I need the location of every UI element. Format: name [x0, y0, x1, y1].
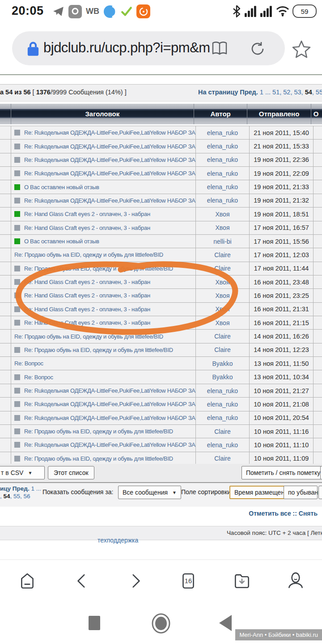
mark-unmark-select[interactable]: Пометить / снять пометку — [242, 466, 322, 479]
message-subject-link[interactable]: Re: Вопрос — [24, 374, 53, 381]
message-subject-link[interactable]: Re: Rukодельная ОДЕЖДА-LittleFee,PukiFee… — [24, 197, 195, 204]
author-link[interactable]: Хвоя — [216, 292, 230, 299]
message-subject-link[interactable]: Re: Rukодельная ОДЕЖДА-LittleFee,PukiFee… — [24, 170, 195, 177]
reader-mode-icon[interactable] — [212, 41, 228, 55]
author-link[interactable]: Claire — [214, 455, 231, 462]
author-link[interactable]: Claire — [214, 346, 231, 353]
show-messages-select[interactable]: Все сообщения — [118, 486, 181, 499]
mark-cell[interactable] — [313, 384, 322, 397]
page-links-after[interactable]: , 55, — [312, 89, 322, 96]
author-link[interactable]: Byakko — [212, 373, 233, 381]
author-link[interactable]: elena_ruko — [207, 197, 238, 204]
author-link[interactable]: Claire — [214, 265, 231, 272]
forward-icon[interactable] — [126, 572, 145, 590]
author-link[interactable]: Claire — [214, 428, 231, 435]
mark-cell[interactable] — [313, 438, 322, 451]
message-subject-link[interactable]: Re: Rukодельная ОДЕЖДА-LittleFee,PukiFee… — [24, 157, 195, 163]
author-link[interactable]: nelli-bi — [213, 238, 231, 245]
message-subject-link[interactable]: О Вас оставлен новый отзыв — [24, 184, 99, 191]
url-text[interactable]: bjdclub.ru/ucp.php?i=pm&m — [43, 40, 210, 56]
message-subject-link[interactable]: Re: Продаю обувь на EID, одежду и обувь … — [14, 333, 163, 340]
mark-cell[interactable] — [313, 425, 322, 438]
message-subject-link[interactable]: Re: Rukодельная ОДЕЖДА-LittleFee,PukiFee… — [24, 415, 195, 421]
author-link[interactable]: elena_ruko — [207, 387, 238, 394]
mark-cell[interactable] — [313, 235, 322, 248]
profile-icon[interactable] — [286, 572, 305, 590]
mark-cell[interactable] — [313, 343, 322, 356]
bookmark-star-icon[interactable] — [292, 40, 311, 59]
cut-right-control[interactable] — [320, 466, 322, 479]
message-subject-link[interactable]: Re: Rukодельная ОДЕЖДА-LittleFee,PukiFee… — [24, 143, 195, 150]
mark-cell[interactable] — [313, 208, 322, 220]
author-link[interactable]: Хвоя — [216, 279, 230, 286]
author-link[interactable]: Хвоя — [216, 305, 230, 313]
message-subject-link[interactable]: Re: Hand Glass Craft eyes 2 - оплачен, 3… — [24, 211, 150, 217]
author-link[interactable]: Хвоя — [216, 211, 230, 218]
mark-cell[interactable] — [313, 398, 322, 411]
message-subject-link[interactable]: Re: Rukодельная ОДЕЖДА-LittleFee,PukiFee… — [24, 387, 195, 394]
page-links-before[interactable]: 1 ... 51, 52, 53, — [258, 89, 305, 96]
author-link[interactable]: elena_ruko — [207, 414, 238, 421]
author-link[interactable]: Хвоя — [216, 319, 230, 326]
author-link[interactable]: elena_ruko — [207, 183, 238, 191]
mark-cell[interactable] — [313, 153, 322, 166]
home-button[interactable] — [150, 613, 172, 634]
reload-icon[interactable] — [250, 41, 265, 56]
message-subject-link[interactable]: Re: Rukодельная ОДЕЖДА-LittleFee,PukiFee… — [24, 401, 195, 407]
message-subject-link[interactable]: Re: Продаю обувь на EID, одежду и обувь … — [24, 265, 173, 272]
back-icon[interactable] — [72, 572, 91, 590]
message-subject-link[interactable]: Re: Hand Glass Craft eyes 2 - оплачен, 3… — [24, 279, 150, 285]
message-subject-link[interactable]: Re: Продаю обувь на EID, одежду и обувь … — [14, 251, 163, 258]
home-icon[interactable] — [18, 572, 37, 590]
message-subject-link[interactable]: Re: Rukодельная ОДЕЖДА-LittleFee,PukiFee… — [24, 441, 195, 448]
support-link[interactable]: техподдержка — [97, 537, 138, 544]
mark-cell[interactable] — [313, 289, 322, 302]
mark-cell[interactable] — [313, 275, 322, 288]
recents-button[interactable] — [88, 615, 101, 631]
author-link[interactable]: elena_ruko — [207, 156, 238, 163]
mark-cell[interactable] — [313, 452, 322, 465]
tabs-icon[interactable]: 16 — [179, 572, 198, 590]
mark-cell[interactable] — [313, 248, 322, 261]
mark-cell[interactable] — [313, 330, 322, 343]
message-subject-link[interactable]: Re: Hand Glass Craft eyes 2 - оплачен, 3… — [24, 319, 150, 326]
message-subject-link[interactable]: Re: Продаю обувь на EID, одежду и обувь … — [24, 347, 173, 353]
message-subject-link[interactable]: Re: Вопрос — [14, 360, 43, 367]
mark-cell[interactable] — [313, 180, 322, 193]
mark-all-link[interactable]: Отметить все :: Снять — [249, 510, 318, 517]
this-list-button[interactable]: Этот список — [48, 466, 94, 479]
message-subject-link[interactable]: Re: Hand Glass Craft eyes 2 - оплачен, 3… — [24, 306, 150, 313]
message-subject-link[interactable]: Re: Продаю обувь на EID, одежду и обувь … — [24, 428, 173, 435]
mark-cell[interactable] — [313, 303, 322, 316]
downloads-icon[interactable] — [233, 572, 251, 590]
mark-cell[interactable] — [313, 140, 322, 153]
author-link[interactable]: Claire — [214, 251, 231, 258]
mark-cell[interactable] — [313, 194, 322, 207]
message-subject-link[interactable]: О Вас оставлен новый отзыв — [24, 238, 99, 245]
back-button[interactable] — [217, 614, 233, 632]
export-csv-select[interactable]: т в CSV — [0, 466, 45, 479]
message-subject-link[interactable]: Re: Hand Glass Craft eyes 2 - оплачен, 3… — [24, 292, 150, 299]
author-link[interactable]: elena_ruko — [207, 143, 238, 150]
author-link[interactable]: elena_ruko — [207, 401, 238, 408]
mark-cell[interactable] — [313, 262, 322, 275]
mark-cell[interactable] — [313, 316, 322, 329]
address-bar[interactable]: bjdclub.ru/ucp.php?i=pm&m — [12, 31, 285, 65]
author-link[interactable]: Byakko — [212, 360, 233, 367]
message-subject-link[interactable]: Re: Hand Glass Craft eyes 2 - оплачен, 3… — [24, 225, 150, 231]
mark-cell[interactable] — [313, 221, 322, 234]
mark-cell[interactable] — [313, 126, 322, 139]
author-link[interactable]: Хвоя — [216, 224, 230, 231]
mark-cell[interactable] — [313, 167, 322, 180]
message-subject-link[interactable]: Re: Rukодельная ОДЕЖДА-LittleFee,PukiFee… — [24, 129, 195, 136]
author-link[interactable]: elena_ruko — [207, 441, 238, 449]
author-link[interactable]: Claire — [214, 333, 231, 340]
author-link[interactable]: elena_ruko — [207, 170, 238, 177]
message-subject-link[interactable]: Re: Продаю обувь на EID, одежду и обувь … — [24, 455, 173, 462]
bottom-page-links[interactable]: , 55, 56 — [10, 493, 30, 500]
mark-cell[interactable] — [313, 411, 322, 424]
mark-cell[interactable] — [313, 357, 322, 370]
mark-cell[interactable] — [313, 370, 322, 383]
sort-direction-select[interactable]: по убыванию — [284, 486, 318, 499]
go-button-cut[interactable]: П — [318, 486, 322, 499]
